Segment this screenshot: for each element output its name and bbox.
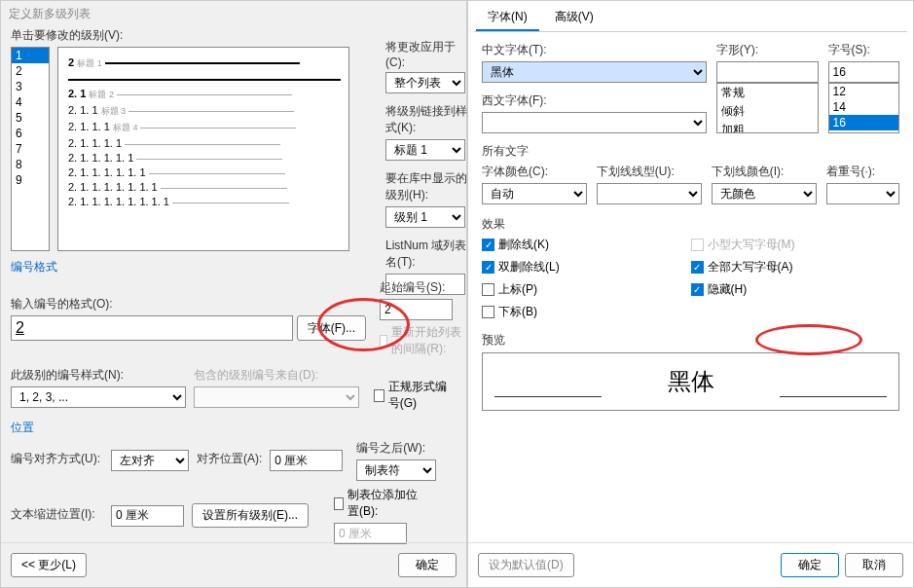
font-preview: 黑体	[482, 352, 899, 411]
ok-button[interactable]: 确定	[398, 553, 457, 577]
level-item[interactable]: 5	[12, 110, 49, 126]
multilevel-list-dialog: 定义新多级列表 单击要修改的级别(V): 1 2 3 4 5 6 7 8 9 2…	[0, 0, 467, 588]
all-caps-checkbox[interactable]: 全部大写字母(A)	[691, 259, 900, 276]
less-button[interactable]: << 更少(L)	[11, 553, 87, 577]
level-item[interactable]: 4	[12, 94, 49, 110]
show-lib-select[interactable]: 级别 1	[385, 206, 465, 228]
underline-color-select[interactable]: 无颜色	[712, 183, 817, 204]
small-caps-checkbox: 小型大写字母(M)	[691, 237, 900, 253]
dialog-title: 定义新多级列表	[1, 1, 466, 27]
superscript-checkbox[interactable]: 上标(P)	[482, 281, 691, 298]
right-bottom-bar: 设为默认值(D) 确定 取消	[468, 542, 913, 587]
tab-stop-input[interactable]	[334, 523, 407, 544]
size-listbox[interactable]: 12 14 16	[828, 83, 899, 133]
font-ok-button[interactable]: 确定	[781, 553, 839, 577]
number-format-label: 输入编号的格式(O):	[11, 296, 366, 312]
underline-select[interactable]	[597, 183, 702, 204]
tab-font[interactable]: 字体(N)	[476, 5, 539, 31]
strike-checkbox[interactable]: 删除线(K)	[482, 237, 691, 253]
number-style-label: 此级别的编号样式(N):	[11, 367, 186, 384]
level-item[interactable]: 7	[12, 141, 49, 157]
hidden-checkbox[interactable]: 隐藏(H)	[691, 281, 900, 298]
style-listbox[interactable]: 常规 倾斜 加粗	[716, 83, 819, 133]
apply-to-select[interactable]: 整个列表	[385, 72, 465, 93]
show-lib-label: 要在库中显示的级别(H):	[385, 170, 468, 203]
font-button[interactable]: 字体(F)...	[297, 315, 366, 341]
start-at-input[interactable]	[380, 299, 453, 320]
link-style-select[interactable]: 标题 1	[385, 139, 465, 161]
font-dialog: 字体(N) 高级(V) 中文字体(T): 黑体 西文字体(F): 字形(Y): …	[467, 0, 914, 588]
align-label: 编号对齐方式(U):	[11, 451, 103, 467]
set-all-levels-button[interactable]: 设置所有级别(E)...	[192, 503, 309, 528]
all-text-section: 所有文字	[482, 143, 899, 160]
en-font-label: 西文字体(F):	[482, 92, 707, 109]
emphasis-select[interactable]	[826, 183, 899, 204]
align-at-input[interactable]	[270, 450, 343, 471]
level-item[interactable]: 2	[12, 63, 49, 79]
listnum-label: ListNum 域列表名(T):	[385, 238, 468, 271]
effects-section: 效果	[482, 216, 899, 233]
level-preview: 2 标题 1 2. 1 标题 2 2. 1. 1 标题 3 2. 1. 1. 1…	[57, 47, 349, 251]
legal-format-checkbox[interactable]: 正规形式编号(G)	[374, 379, 457, 412]
color-label: 字体颜色(C):	[482, 164, 587, 180]
en-font-select[interactable]	[482, 112, 707, 133]
subscript-checkbox[interactable]: 下标(B)	[482, 304, 691, 320]
size-input[interactable]	[828, 61, 899, 83]
level-item[interactable]: 6	[12, 126, 49, 141]
dbl-strike-checkbox[interactable]: 双删除线(L)	[482, 259, 691, 276]
restart-checkbox: 重新开始列表的间隔(R):	[380, 324, 462, 357]
size-label: 字号(S):	[828, 42, 899, 58]
set-default-button[interactable]: 设为默认值(D)	[478, 553, 574, 577]
font-cancel-button[interactable]: 取消	[845, 553, 903, 577]
level-item[interactable]: 8	[12, 157, 49, 172]
include-from-select[interactable]	[194, 386, 359, 408]
tab-advanced[interactable]: 高级(V)	[543, 5, 605, 31]
indent-input[interactable]	[111, 505, 184, 527]
align-select[interactable]: 左对齐	[111, 450, 189, 471]
position-section: 位置	[11, 420, 457, 436]
follow-label: 编号之后(W):	[356, 440, 439, 457]
link-style-label: 将级别链接到样式(K):	[385, 103, 468, 136]
preview-section: 预览	[482, 332, 899, 349]
style-label: 字形(Y):	[716, 42, 819, 58]
indent-label: 文本缩进位置(I):	[11, 506, 103, 523]
apply-to-label: 将更改应用于(C):	[385, 39, 468, 69]
start-at-label: 起始编号(S):	[380, 279, 462, 296]
style-input[interactable]	[716, 61, 819, 83]
color-select[interactable]: 自动	[482, 183, 587, 204]
level-item[interactable]: 1	[12, 48, 49, 63]
emphasis-label: 着重号(·):	[826, 164, 899, 180]
tab-stop-checkbox[interactable]: 制表位添加位置(B):	[334, 487, 421, 520]
level-item[interactable]: 3	[12, 79, 49, 94]
include-from-label: 包含的级别编号来自(D):	[194, 367, 366, 384]
right-column: 将更改应用于(C): 整个列表 将级别链接到样式(K): 标题 1 要在库中显示…	[385, 35, 468, 295]
follow-select[interactable]: 制表符	[356, 459, 436, 481]
number-style-select[interactable]: 1, 2, 3, ...	[11, 386, 186, 408]
underline-color-label: 下划线颜色(I):	[712, 164, 817, 180]
left-bottom-bar: << 更少(L) 确定 取消	[1, 542, 466, 587]
underline-label: 下划线线型(U):	[597, 164, 702, 180]
level-item[interactable]: 9	[12, 172, 49, 188]
tabs: 字体(N) 高级(V)	[468, 1, 913, 31]
cn-font-select[interactable]: 黑体	[482, 61, 707, 83]
align-at-label: 对齐位置(A):	[197, 451, 262, 467]
level-list[interactable]: 1 2 3 4 5 6 7 8 9	[11, 47, 50, 251]
number-format-input[interactable]	[11, 315, 293, 341]
cn-font-label: 中文字体(T):	[482, 42, 707, 58]
